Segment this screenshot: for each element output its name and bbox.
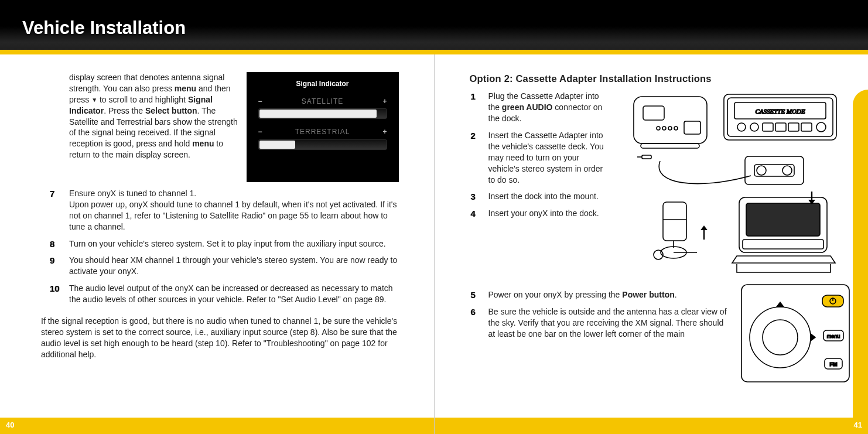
step-text: Be sure the vehicle is outside and the a… <box>488 306 729 340</box>
step-number: 8 <box>50 238 54 250</box>
step-text: The audio level output of the onyX can b… <box>69 283 399 305</box>
ter-minus: − <box>258 127 262 136</box>
svg-rect-6 <box>684 121 700 134</box>
step-5: 5Power on your onyX by pressing the Powe… <box>470 289 729 300</box>
step-text: Turn on your vehicle's stereo system. Se… <box>69 238 399 250</box>
step-number: 1 <box>471 91 476 102</box>
step-number: 7 <box>50 188 54 200</box>
signal-row-satellite: − SATELLITE + <box>258 97 387 119</box>
step-4: 4Insert your onyX into the dock. <box>470 208 622 219</box>
page-number-40: 40 <box>6 421 14 429</box>
step-9: 9You should hear XM channel 1 through yo… <box>41 255 399 277</box>
step-number: 10 <box>50 283 60 295</box>
steps-1-to-4: 1Plug the Cassette Adapter into the gree… <box>470 91 622 281</box>
page-pair: display screen that denotes antenna sign… <box>0 54 868 434</box>
intro-row: display screen that denotes antenna sign… <box>41 72 399 182</box>
svg-text:FM: FM <box>830 361 838 367</box>
power-dial-illustration: menu FM <box>739 283 850 395</box>
step-1: 1Plug the Cassette Adapter into the gree… <box>470 91 622 124</box>
step-text: Insert your onyX into the dock. <box>488 208 611 219</box>
svg-point-32 <box>750 307 811 368</box>
signal-row-terrestrial: − TERRESTRIAL + <box>258 127 387 149</box>
footer-bar-left <box>0 418 434 434</box>
svg-text:menu: menu <box>827 333 840 339</box>
lower-right-row: 5Power on your onyX by pressing the Powe… <box>470 283 851 395</box>
svg-rect-25 <box>663 202 686 241</box>
svg-rect-7 <box>641 143 699 148</box>
signal-title: Signal Indicator <box>258 79 387 88</box>
footnote: If the signal reception is good, but the… <box>41 316 399 360</box>
sat-minus: − <box>258 97 262 106</box>
step-text: Insert the dock into the mount. <box>488 191 611 202</box>
svg-point-22 <box>757 166 766 175</box>
step-text: Power on your onyX by pressing the Power… <box>488 289 729 300</box>
svg-rect-30 <box>743 240 823 249</box>
intro-text: display screen that denotes antenna sign… <box>41 72 238 182</box>
page-title: Vehicle Installation <box>22 18 186 39</box>
option2-heading: Option 2: Cassette Adapter Installation … <box>470 72 851 85</box>
svg-point-12 <box>750 123 758 131</box>
ter-bar-fill <box>259 141 295 149</box>
svg-rect-19 <box>642 155 651 159</box>
page-41: Option 2: Cassette Adapter Installation … <box>435 54 869 434</box>
sat-label: SATELLITE <box>262 97 383 106</box>
svg-point-33 <box>763 320 798 355</box>
sat-plus: + <box>382 97 387 106</box>
step-2: 2Insert the Cassette Adapter into the ve… <box>470 130 622 185</box>
step-8: 8Turn on your vehicle's stereo system. S… <box>41 238 399 250</box>
page-41-content: Option 2: Cassette Adapter Installation … <box>470 72 851 405</box>
steps-5-to-6: 5Power on your onyX by pressing the Powe… <box>470 283 729 395</box>
ter-plus: + <box>382 127 387 136</box>
step-number: 2 <box>471 130 476 142</box>
svg-point-23 <box>782 166 792 175</box>
step-number: 5 <box>471 289 476 301</box>
page-40: display screen that denotes antenna sign… <box>0 54 435 434</box>
svg-text:CASSETTE MODE: CASSETTE MODE <box>755 108 805 115</box>
svg-point-4 <box>668 127 672 130</box>
svg-point-5 <box>674 127 678 130</box>
step-10: 10The audio level output of the onyX can… <box>41 283 399 305</box>
svg-point-17 <box>816 122 826 132</box>
cassette-dock-svg: CASSETTE MODE <box>628 91 839 278</box>
page-number-41: 41 <box>854 421 862 429</box>
cassette-illustration: CASSETTE MODE <box>628 91 851 281</box>
svg-rect-18 <box>724 94 836 140</box>
step-3: 3Insert the dock into the mount. <box>470 191 622 202</box>
right-columns: 1Plug the Cassette Adapter into the gree… <box>470 91 851 281</box>
svg-rect-29 <box>746 203 820 236</box>
page-40-content: display screen that denotes antenna sign… <box>41 72 399 405</box>
footer-bar-right <box>435 418 869 434</box>
manual-spread: Vehicle Installation display screen that… <box>0 0 868 434</box>
step-text: Plug the Cassette Adapter into the green… <box>488 91 611 124</box>
step-number: 3 <box>471 191 476 203</box>
svg-point-11 <box>737 123 746 131</box>
ter-label: TERRESTRIAL <box>262 127 383 136</box>
svg-rect-1 <box>643 106 664 120</box>
step-7: 7Ensure onyX is tuned to channel 1.Upon … <box>41 188 399 233</box>
svg-point-3 <box>662 127 666 130</box>
svg-rect-16 <box>801 123 812 131</box>
svg-rect-15 <box>788 123 799 131</box>
steps-7-to-10: 7Ensure onyX is tuned to channel 1.Upon … <box>41 188 399 305</box>
step-6: 6Be sure the vehicle is outside and the … <box>470 306 729 340</box>
header-rule <box>0 50 868 54</box>
step-text: Insert the Cassette Adapter into the veh… <box>488 130 611 185</box>
svg-rect-14 <box>775 123 786 131</box>
step-number: 9 <box>50 255 54 266</box>
svg-point-2 <box>657 127 660 130</box>
step-text: You should hear XM channel 1 through you… <box>69 255 399 277</box>
svg-rect-21 <box>745 156 804 184</box>
sat-bar-fill <box>259 110 377 118</box>
ter-bar <box>258 139 387 150</box>
step-text: Ensure onyX is tuned to channel 1.Upon p… <box>69 188 399 233</box>
sat-bar <box>258 108 387 119</box>
step-number: 6 <box>471 306 476 318</box>
svg-rect-13 <box>763 123 773 131</box>
signal-indicator-screenshot: Signal Indicator − SATELLITE + <box>247 72 399 182</box>
step-number: 4 <box>471 208 476 220</box>
